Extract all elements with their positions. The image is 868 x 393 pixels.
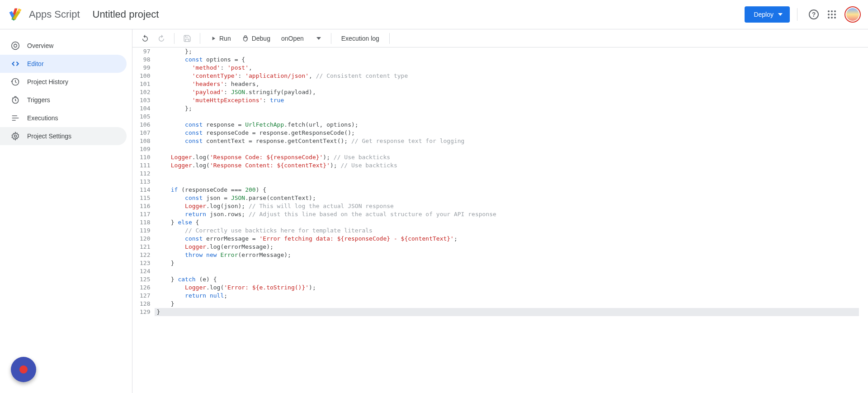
code-line[interactable]: 'contentType': 'application/json', // Co… — [155, 72, 859, 80]
save-icon — [183, 34, 191, 43]
debug-label: Debug — [252, 35, 270, 42]
svg-point-9 — [831, 17, 833, 19]
sidebar-item-settings[interactable]: Project Settings — [0, 127, 127, 145]
code-line[interactable]: Logger.log('Error: ${e.toString()}'); — [155, 284, 859, 292]
redo-button[interactable] — [154, 31, 169, 46]
executions-icon — [11, 114, 20, 123]
apps-button[interactable] — [823, 5, 841, 24]
svg-point-15 — [14, 135, 17, 137]
code-line[interactable]: // Correctly use backticks here for temp… — [155, 227, 859, 235]
svg-text:?: ? — [812, 11, 816, 18]
svg-point-2 — [828, 10, 830, 12]
logo-area: Apps Script — [7, 6, 80, 23]
triggers-icon — [11, 95, 20, 104]
code-line[interactable]: } — [155, 300, 859, 308]
chevron-down-icon — [778, 13, 783, 16]
settings-icon — [11, 132, 20, 141]
save-button[interactable] — [180, 31, 194, 46]
code-line[interactable] — [155, 267, 859, 275]
code-line[interactable]: Logger.log('Response Code: ${responseCod… — [155, 153, 859, 161]
code-content[interactable]: }; const options = { 'method': 'post', '… — [155, 47, 868, 393]
svg-point-10 — [834, 17, 836, 19]
editor-toolbar: Run Debug onOpen Execution log — [132, 29, 868, 47]
sidebar-item-overview[interactable]: Overview — [0, 37, 127, 55]
code-line[interactable]: const response = UrlFetchApp.fetch(url, … — [155, 121, 859, 129]
code-line[interactable]: const responseCode = response.getRespons… — [155, 129, 859, 137]
nav-label: Project Settings — [27, 133, 71, 140]
svg-point-8 — [828, 17, 830, 19]
redo-icon — [157, 34, 165, 43]
nav-label: Editor — [27, 60, 44, 67]
help-icon: ? — [808, 9, 819, 20]
header: Apps Script Untitled project Deploy ? — [0, 0, 868, 29]
code-line[interactable]: } — [155, 259, 859, 267]
sidebar-item-editor[interactable]: Editor — [0, 55, 127, 73]
code-line[interactable]: 'payload': JSON.stringify(payload), — [155, 88, 859, 96]
nav-label: Overview — [27, 42, 53, 49]
code-line[interactable]: throw new Error(errorMessage); — [155, 251, 859, 259]
sidebar-item-history[interactable]: Project History — [0, 73, 127, 91]
svg-point-11 — [12, 42, 19, 50]
function-select[interactable]: onOpen — [277, 35, 326, 42]
code-line[interactable]: }; — [155, 104, 859, 113]
sidebar-item-triggers[interactable]: Triggers — [0, 91, 127, 109]
run-button[interactable]: Run — [206, 31, 236, 46]
undo-button[interactable] — [138, 31, 152, 46]
nav-label: Project History — [27, 78, 68, 85]
nav-label: Triggers — [27, 96, 50, 104]
code-line[interactable]: Logger.log(errorMessage); — [155, 243, 859, 251]
line-gutter: 9798991001011021031041051061071081091101… — [132, 47, 155, 393]
chevron-down-icon — [316, 37, 321, 40]
bug-icon — [242, 35, 249, 42]
code-line[interactable]: const contentText = response.getContentT… — [155, 137, 859, 145]
help-button[interactable]: ? — [805, 5, 823, 24]
main: OverviewEditorProject HistoryTriggersExe… — [0, 29, 868, 393]
sidebar: OverviewEditorProject HistoryTriggersExe… — [0, 29, 132, 393]
function-selected: onOpen — [281, 35, 304, 42]
editor-area: Run Debug onOpen Execution log 979899100… — [132, 29, 868, 393]
code-line[interactable]: Logger.log('Response Content: ${contentT… — [155, 161, 859, 170]
account-avatar[interactable] — [844, 6, 861, 23]
code-editor[interactable]: 9798991001011021031041051061071081091101… — [132, 47, 868, 393]
code-line[interactable] — [155, 113, 859, 121]
record-dot-icon — [19, 365, 28, 374]
code-line[interactable]: if (responseCode === 200) { — [155, 186, 859, 194]
code-line[interactable] — [155, 170, 859, 178]
divider — [797, 8, 797, 21]
code-line[interactable]: const options = { — [155, 56, 859, 64]
code-line[interactable]: return null; — [155, 292, 859, 300]
code-line[interactable]: 'headers': headers, — [155, 80, 859, 88]
play-icon — [210, 35, 217, 42]
debug-button[interactable]: Debug — [237, 31, 275, 46]
code-line[interactable] — [155, 178, 859, 186]
run-label: Run — [219, 35, 231, 42]
apps-script-logo-icon — [7, 6, 24, 23]
svg-point-6 — [831, 14, 833, 15]
code-line[interactable]: } — [155, 308, 859, 316]
nav-label: Executions — [27, 114, 58, 122]
code-line[interactable]: } else { — [155, 218, 859, 227]
code-line[interactable]: return json.rows; // Adjust this line ba… — [155, 210, 859, 218]
undo-icon — [141, 34, 149, 43]
code-line[interactable]: } catch (e) { — [155, 275, 859, 284]
project-title[interactable]: Untitled project — [93, 9, 159, 20]
code-line[interactable] — [155, 145, 859, 153]
sidebar-item-executions[interactable]: Executions — [0, 109, 127, 127]
deploy-label: Deploy — [754, 11, 774, 18]
deploy-button[interactable]: Deploy — [745, 6, 790, 23]
divider — [200, 33, 200, 44]
execution-log-button[interactable]: Execution log — [337, 31, 384, 46]
svg-point-7 — [834, 14, 836, 15]
app-name: Apps Script — [29, 9, 80, 20]
code-line[interactable]: const errorMessage = 'Error fetching dat… — [155, 235, 859, 243]
code-line[interactable]: Logger.log(json); // This will log the a… — [155, 202, 859, 210]
svg-point-12 — [14, 44, 17, 47]
code-line[interactable]: }; — [155, 47, 859, 56]
overview-icon — [11, 41, 20, 50]
code-line[interactable]: const json = JSON.parse(contentText); — [155, 194, 859, 202]
code-line[interactable]: 'method': 'post', — [155, 64, 859, 72]
code-line[interactable]: 'muteHttpExceptions': true — [155, 96, 859, 104]
execution-log-label: Execution log — [341, 35, 379, 42]
record-fab[interactable] — [11, 357, 36, 382]
apps-grid-icon — [827, 10, 836, 19]
